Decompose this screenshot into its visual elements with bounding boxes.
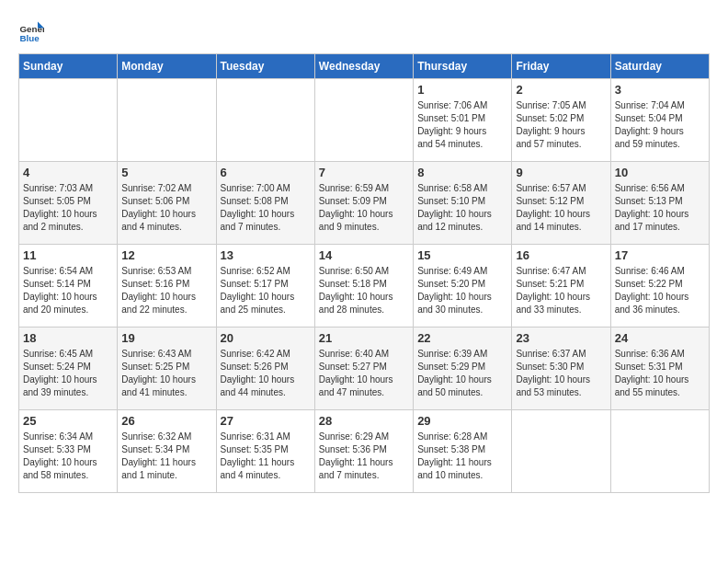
day-number: 5 xyxy=(121,166,211,179)
calendar-week-3: 18Sunrise: 6:45 AM Sunset: 5:24 PM Dayli… xyxy=(19,327,710,410)
calendar-cell: 26Sunrise: 6:32 AM Sunset: 5:34 PM Dayli… xyxy=(118,410,216,493)
day-number: 7 xyxy=(319,166,409,179)
weekday-wednesday: Wednesday xyxy=(314,54,413,79)
weekday-friday: Friday xyxy=(512,54,610,79)
calendar-cell: 12Sunrise: 6:53 AM Sunset: 5:16 PM Dayli… xyxy=(118,245,216,327)
day-number: 19 xyxy=(121,331,211,345)
logo-icon: General Blue xyxy=(18,18,44,44)
day-number: 29 xyxy=(417,414,507,428)
day-number: 18 xyxy=(23,331,113,345)
weekday-header-row: SundayMondayTuesdayWednesdayThursdayFrid… xyxy=(19,54,710,79)
day-number: 10 xyxy=(615,166,705,179)
day-info: Sunrise: 6:52 AM Sunset: 5:17 PM Dayligh… xyxy=(221,265,311,316)
day-info: Sunrise: 7:03 AM Sunset: 5:05 PM Dayligh… xyxy=(23,182,113,234)
day-info: Sunrise: 6:54 AM Sunset: 5:14 PM Dayligh… xyxy=(23,265,113,316)
calendar-cell: 10Sunrise: 6:56 AM Sunset: 5:13 PM Dayli… xyxy=(610,162,709,245)
calendar-cell xyxy=(118,79,216,162)
day-number: 6 xyxy=(221,166,311,179)
calendar-cell: 22Sunrise: 6:39 AM Sunset: 5:29 PM Dayli… xyxy=(414,327,512,410)
weekday-sunday: Sunday xyxy=(19,54,118,79)
day-number: 28 xyxy=(319,414,409,428)
day-info: Sunrise: 6:31 AM Sunset: 5:35 PM Dayligh… xyxy=(221,431,311,482)
day-number: 14 xyxy=(319,248,409,262)
calendar-cell: 20Sunrise: 6:42 AM Sunset: 5:26 PM Dayli… xyxy=(216,327,314,410)
page-header: General Blue xyxy=(18,18,710,44)
day-info: Sunrise: 6:56 AM Sunset: 5:13 PM Dayligh… xyxy=(615,182,705,234)
calendar-body: 1Sunrise: 7:06 AM Sunset: 5:01 PM Daylig… xyxy=(19,79,710,493)
day-number: 1 xyxy=(417,83,507,97)
day-info: Sunrise: 6:28 AM Sunset: 5:38 PM Dayligh… xyxy=(417,431,507,482)
day-number: 3 xyxy=(615,83,705,97)
day-number: 15 xyxy=(417,248,507,262)
calendar-cell: 28Sunrise: 6:29 AM Sunset: 5:36 PM Dayli… xyxy=(314,410,413,493)
calendar-cell: 11Sunrise: 6:54 AM Sunset: 5:14 PM Dayli… xyxy=(19,245,118,327)
day-info: Sunrise: 6:57 AM Sunset: 5:12 PM Dayligh… xyxy=(516,182,606,234)
day-info: Sunrise: 6:59 AM Sunset: 5:09 PM Dayligh… xyxy=(319,182,409,234)
day-info: Sunrise: 6:34 AM Sunset: 5:33 PM Dayligh… xyxy=(23,431,113,482)
calendar-cell: 27Sunrise: 6:31 AM Sunset: 5:35 PM Dayli… xyxy=(216,410,314,493)
day-number: 11 xyxy=(23,248,113,262)
calendar-cell: 4Sunrise: 7:03 AM Sunset: 5:05 PM Daylig… xyxy=(19,162,118,245)
day-number: 9 xyxy=(516,166,606,179)
day-info: Sunrise: 6:47 AM Sunset: 5:21 PM Dayligh… xyxy=(516,265,606,316)
calendar-week-4: 25Sunrise: 6:34 AM Sunset: 5:33 PM Dayli… xyxy=(19,410,710,493)
calendar-cell: 1Sunrise: 7:06 AM Sunset: 5:01 PM Daylig… xyxy=(414,79,512,162)
svg-text:Blue: Blue xyxy=(19,33,40,43)
weekday-saturday: Saturday xyxy=(610,54,709,79)
day-info: Sunrise: 6:46 AM Sunset: 5:22 PM Dayligh… xyxy=(615,265,705,316)
day-number: 22 xyxy=(417,331,507,345)
day-info: Sunrise: 6:58 AM Sunset: 5:10 PM Dayligh… xyxy=(417,182,507,234)
day-number: 16 xyxy=(516,248,606,262)
calendar-cell: 19Sunrise: 6:43 AM Sunset: 5:25 PM Dayli… xyxy=(118,327,216,410)
calendar-week-1: 4Sunrise: 7:03 AM Sunset: 5:05 PM Daylig… xyxy=(19,162,710,245)
day-info: Sunrise: 6:37 AM Sunset: 5:30 PM Dayligh… xyxy=(516,348,606,399)
day-number: 20 xyxy=(221,331,311,345)
day-number: 4 xyxy=(23,166,113,179)
day-number: 17 xyxy=(615,248,705,262)
day-info: Sunrise: 6:40 AM Sunset: 5:27 PM Dayligh… xyxy=(319,348,409,399)
day-info: Sunrise: 7:06 AM Sunset: 5:01 PM Dayligh… xyxy=(417,99,507,151)
calendar-cell: 9Sunrise: 6:57 AM Sunset: 5:12 PM Daylig… xyxy=(512,162,610,245)
weekday-tuesday: Tuesday xyxy=(216,54,314,79)
logo: General Blue xyxy=(18,18,48,44)
calendar-cell xyxy=(216,79,314,162)
calendar-cell: 16Sunrise: 6:47 AM Sunset: 5:21 PM Dayli… xyxy=(512,245,610,327)
calendar-cell xyxy=(19,79,118,162)
day-info: Sunrise: 7:02 AM Sunset: 5:06 PM Dayligh… xyxy=(121,182,211,234)
calendar-cell xyxy=(512,410,610,493)
calendar-cell: 25Sunrise: 6:34 AM Sunset: 5:33 PM Dayli… xyxy=(19,410,118,493)
calendar-cell: 15Sunrise: 6:49 AM Sunset: 5:20 PM Dayli… xyxy=(414,245,512,327)
calendar-cell: 17Sunrise: 6:46 AM Sunset: 5:22 PM Dayli… xyxy=(610,245,709,327)
day-info: Sunrise: 6:53 AM Sunset: 5:16 PM Dayligh… xyxy=(121,265,211,316)
day-info: Sunrise: 6:50 AM Sunset: 5:18 PM Dayligh… xyxy=(319,265,409,316)
day-number: 24 xyxy=(615,331,705,345)
calendar-cell: 7Sunrise: 6:59 AM Sunset: 5:09 PM Daylig… xyxy=(314,162,413,245)
day-info: Sunrise: 7:00 AM Sunset: 5:08 PM Dayligh… xyxy=(221,182,311,234)
day-info: Sunrise: 6:36 AM Sunset: 5:31 PM Dayligh… xyxy=(615,348,705,399)
calendar-cell xyxy=(610,410,709,493)
day-number: 21 xyxy=(319,331,409,345)
calendar-table: SundayMondayTuesdayWednesdayThursdayFrid… xyxy=(18,53,710,493)
calendar-cell: 21Sunrise: 6:40 AM Sunset: 5:27 PM Dayli… xyxy=(314,327,413,410)
calendar-cell: 5Sunrise: 7:02 AM Sunset: 5:06 PM Daylig… xyxy=(118,162,216,245)
day-number: 25 xyxy=(23,414,113,428)
calendar-cell: 6Sunrise: 7:00 AM Sunset: 5:08 PM Daylig… xyxy=(216,162,314,245)
day-number: 23 xyxy=(516,331,606,345)
day-info: Sunrise: 6:45 AM Sunset: 5:24 PM Dayligh… xyxy=(23,348,113,399)
calendar-cell: 2Sunrise: 7:05 AM Sunset: 5:02 PM Daylig… xyxy=(512,79,610,162)
calendar-cell: 13Sunrise: 6:52 AM Sunset: 5:17 PM Dayli… xyxy=(216,245,314,327)
weekday-monday: Monday xyxy=(118,54,216,79)
calendar-cell: 18Sunrise: 6:45 AM Sunset: 5:24 PM Dayli… xyxy=(19,327,118,410)
calendar-cell: 8Sunrise: 6:58 AM Sunset: 5:10 PM Daylig… xyxy=(414,162,512,245)
day-number: 26 xyxy=(121,414,211,428)
day-info: Sunrise: 6:49 AM Sunset: 5:20 PM Dayligh… xyxy=(417,265,507,316)
calendar-cell xyxy=(314,79,413,162)
calendar-week-2: 11Sunrise: 6:54 AM Sunset: 5:14 PM Dayli… xyxy=(19,245,710,327)
day-info: Sunrise: 6:39 AM Sunset: 5:29 PM Dayligh… xyxy=(417,348,507,399)
calendar-cell: 3Sunrise: 7:04 AM Sunset: 5:04 PM Daylig… xyxy=(610,79,709,162)
day-info: Sunrise: 7:05 AM Sunset: 5:02 PM Dayligh… xyxy=(516,99,606,151)
weekday-thursday: Thursday xyxy=(414,54,512,79)
day-number: 8 xyxy=(417,166,507,179)
calendar-week-0: 1Sunrise: 7:06 AM Sunset: 5:01 PM Daylig… xyxy=(19,79,710,162)
calendar-cell: 24Sunrise: 6:36 AM Sunset: 5:31 PM Dayli… xyxy=(610,327,709,410)
